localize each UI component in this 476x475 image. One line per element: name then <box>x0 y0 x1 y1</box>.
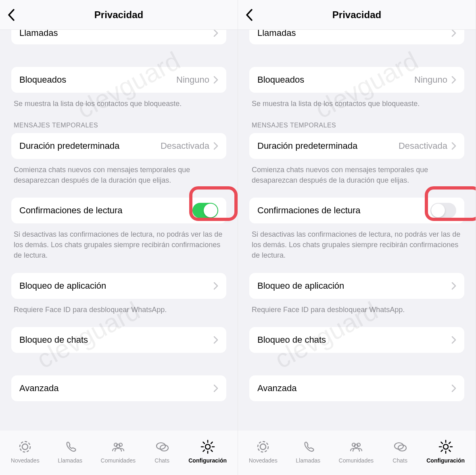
tab-chats[interactable]: Chats <box>392 439 408 464</box>
tab-comunidades[interactable]: Comunidades <box>339 439 374 464</box>
tab-comunidades[interactable]: Comunidades <box>101 439 136 464</box>
footer-text: Se muestra la lista de los contactos que… <box>14 98 224 109</box>
communities-icon <box>348 439 364 455</box>
tab-label: Comunidades <box>339 457 374 464</box>
svg-line-15 <box>203 450 205 452</box>
tab-chats[interactable]: Chats <box>154 439 170 464</box>
footer-text: Requiere Face ID para desbloquear WhatsA… <box>252 304 462 315</box>
read-receipts-toggle[interactable] <box>430 203 456 218</box>
page-title: Privacidad <box>94 9 143 21</box>
chevron-right-icon <box>213 142 218 150</box>
row-label: Bloqueo de chats <box>257 335 326 345</box>
phone-icon <box>300 439 316 455</box>
svg-line-12 <box>203 442 205 444</box>
tab-label: Chats <box>154 457 169 464</box>
chevron-right-icon <box>451 336 456 344</box>
tab-configuracion[interactable]: Configuración <box>188 439 227 464</box>
row-confirmaciones-lectura[interactable]: Confirmaciones de lectura <box>11 198 226 223</box>
row-bloqueados[interactable]: Bloqueados Ninguno <box>11 67 226 93</box>
tab-novedades[interactable]: Novedades <box>11 439 40 464</box>
row-bloqueo-aplicacion[interactable]: Bloqueo de aplicación <box>11 273 226 299</box>
content: clevguard clevguard Llamadas Bloqueados … <box>238 30 476 431</box>
svg-point-17 <box>260 444 266 450</box>
chevron-right-icon <box>213 30 218 37</box>
tab-label: Configuración <box>188 457 227 464</box>
svg-point-16 <box>258 442 268 452</box>
chevron-right-icon <box>451 384 456 392</box>
tab-label: Novedades <box>249 457 278 464</box>
gear-icon <box>200 439 216 455</box>
row-bloqueo-aplicacion[interactable]: Bloqueo de aplicación <box>249 273 464 299</box>
back-button[interactable] <box>241 7 257 23</box>
status-icon <box>255 439 271 455</box>
section-title: MENSAJES TEMPORALES <box>252 122 462 129</box>
row-avanzada[interactable]: Avanzada <box>249 375 464 401</box>
right-pane: Privacidad clevguard clevguard Llamadas … <box>238 0 476 475</box>
tab-llamadas[interactable]: Llamadas <box>58 439 82 464</box>
tab-configuracion[interactable]: Configuración <box>426 439 465 464</box>
gear-icon <box>438 439 454 455</box>
row-duracion[interactable]: Duración predeterminada Desactivada <box>249 133 464 159</box>
chevron-right-icon <box>213 384 218 392</box>
svg-line-29 <box>449 450 451 452</box>
chevron-right-icon <box>451 76 456 84</box>
svg-line-28 <box>441 442 443 444</box>
chevron-right-icon <box>451 142 456 150</box>
back-button[interactable] <box>3 7 19 23</box>
row-bloqueo-chats[interactable]: Bloqueo de chats <box>249 327 464 353</box>
row-bloqueo-chats[interactable]: Bloqueo de chats <box>11 327 226 353</box>
footer-text: Comienza chats nuevos con mensajes tempo… <box>14 165 224 185</box>
tab-label: Configuración <box>426 457 465 464</box>
row-llamadas[interactable]: Llamadas <box>11 30 226 44</box>
svg-point-0 <box>20 442 30 452</box>
row-label: Avanzada <box>19 383 58 394</box>
svg-line-13 <box>211 450 213 452</box>
row-label: Bloqueo de chats <box>19 335 88 345</box>
phone-icon <box>62 439 78 455</box>
tab-bar: Novedades Llamadas Comunidades Chats Con… <box>0 431 238 475</box>
row-label: Avanzada <box>257 383 296 394</box>
svg-line-30 <box>449 442 451 444</box>
tab-label: Chats <box>392 457 407 464</box>
chevron-left-icon <box>245 8 253 21</box>
row-label: Duración predeterminada <box>19 141 119 151</box>
footer-text: Si desactivas las confirmaciones de lect… <box>252 229 462 260</box>
page-title: Privacidad <box>332 9 381 21</box>
row-label: Llamadas <box>19 30 58 38</box>
tab-label: Comunidades <box>101 457 136 464</box>
read-receipts-toggle[interactable] <box>192 203 218 218</box>
row-duracion[interactable]: Duración predeterminada Desactivada <box>11 133 226 159</box>
row-label: Llamadas <box>257 30 296 38</box>
chevron-right-icon <box>213 282 218 290</box>
row-label: Bloqueo de aplicación <box>257 281 344 291</box>
row-label: Bloqueados <box>257 75 304 85</box>
chevron-left-icon <box>7 8 15 21</box>
header: Privacidad <box>0 0 238 30</box>
content: clevguard clevguard Llamadas Bloqueados … <box>0 30 238 431</box>
tab-label: Llamadas <box>296 457 320 464</box>
row-label: Confirmaciones de lectura <box>257 205 361 216</box>
row-bloqueados[interactable]: Bloqueados Ninguno <box>249 67 464 93</box>
tab-llamadas[interactable]: Llamadas <box>296 439 320 464</box>
row-avanzada[interactable]: Avanzada <box>11 375 226 401</box>
chevron-right-icon <box>213 336 218 344</box>
row-llamadas[interactable]: Llamadas <box>249 30 464 44</box>
svg-line-14 <box>211 442 213 444</box>
tab-label: Llamadas <box>58 457 82 464</box>
chats-icon <box>154 439 170 455</box>
chats-icon <box>392 439 408 455</box>
tab-novedades[interactable]: Novedades <box>249 439 278 464</box>
communities-icon <box>110 439 126 455</box>
row-value: Desactivada <box>161 141 209 151</box>
row-label: Duración predeterminada <box>257 141 357 151</box>
row-label: Bloqueados <box>19 75 66 85</box>
tab-label: Novedades <box>11 457 40 464</box>
row-confirmaciones-lectura[interactable]: Confirmaciones de lectura <box>249 198 464 223</box>
row-value: Ninguno <box>414 75 447 85</box>
row-value: Ninguno <box>176 75 209 85</box>
svg-point-7 <box>205 444 210 449</box>
header: Privacidad <box>238 0 476 30</box>
footer-text: Se muestra la lista de los contactos que… <box>252 98 462 109</box>
footer-text: Si desactivas las confirmaciones de lect… <box>14 229 224 260</box>
footer-text: Requiere Face ID para desbloquear WhatsA… <box>14 304 224 315</box>
